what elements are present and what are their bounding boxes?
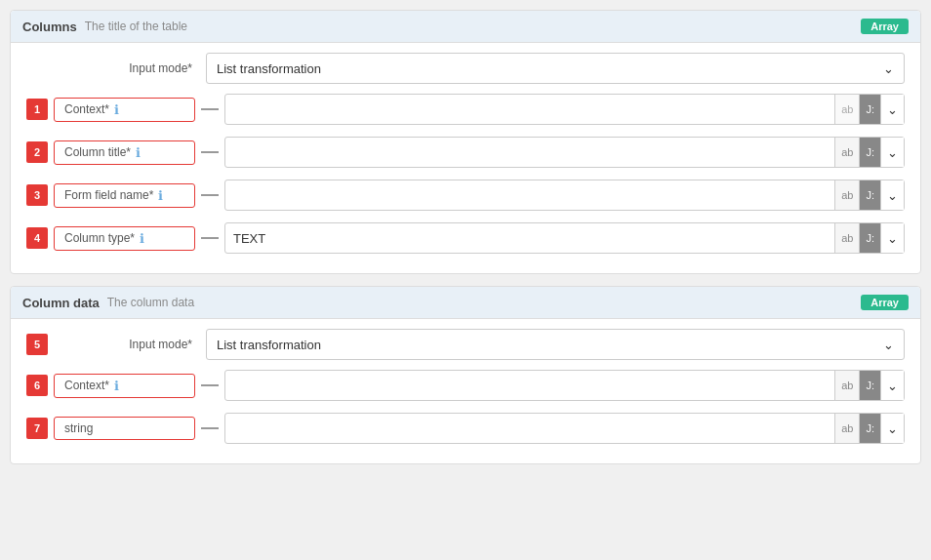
field-label-context-2: Context* ℹ: [54, 374, 195, 398]
form-row-3: 3 Form field name* ℹ ab J: ⌄: [26, 178, 905, 213]
row-number-1: 1: [26, 99, 48, 120]
context-2-input[interactable]: ab J: ⌄: [224, 370, 905, 401]
column-type-label-text: Column type*: [64, 231, 135, 245]
context-2-chevron-btn[interactable]: ⌄: [880, 371, 904, 400]
column-type-input-field[interactable]: [225, 231, 834, 246]
row-number-7: 7: [26, 418, 48, 439]
column-data-input-mode-value: List transformation: [217, 338, 321, 352]
column-title-input-field[interactable]: [225, 145, 834, 160]
context-2-ab-btn[interactable]: ab: [834, 371, 859, 400]
column-title-ab-btn[interactable]: ab: [834, 138, 859, 167]
form-row-2: 2 Column title* ℹ ab J: ⌄: [26, 135, 905, 170]
context-2-input-field[interactable]: [225, 379, 834, 393]
form-field-name-chevron-btn[interactable]: ⌄: [880, 180, 904, 210]
form-row-4: 4 Column type* ℹ ab J: ⌄: [26, 220, 905, 256]
columns-input-mode-value: List transformation: [217, 61, 321, 76]
field-label-context: Context* ℹ: [54, 98, 195, 122]
row-number-2: 2: [26, 141, 48, 163]
string-input[interactable]: ab J: ⌄: [224, 413, 905, 444]
column-data-input-mode-dropdown[interactable]: List transformation ⌄: [206, 329, 905, 360]
columns-input-mode-dropdown[interactable]: List transformation ⌄: [206, 53, 905, 84]
context-2-js-btn[interactable]: J:: [859, 371, 880, 400]
context-input-field[interactable]: [225, 102, 834, 117]
column-data-panel: Column data The column data Array 5 Inpu…: [10, 286, 921, 464]
column-data-input-mode-chevron: ⌄: [883, 338, 894, 352]
row-number-6: 6: [26, 375, 48, 396]
form-field-name-ab-btn[interactable]: ab: [834, 180, 859, 210]
column-type-ab-btn[interactable]: ab: [834, 223, 859, 253]
string-ab-btn[interactable]: ab: [834, 414, 859, 443]
string-label-text: string: [64, 421, 93, 435]
column-data-input-mode-row: 5 Input mode* List transformation ⌄: [26, 329, 905, 360]
form-row-6: 6 Context* ℹ ab J: ⌄: [26, 368, 905, 403]
column-data-subtitle: The column data: [107, 296, 194, 309]
column-type-info-icon[interactable]: ℹ: [140, 231, 144, 246]
form-field-name-input-field[interactable]: [225, 188, 834, 203]
field-label-column-type: Column type* ℹ: [54, 226, 195, 251]
column-data-title: Column data: [22, 296, 100, 310]
column-title-input[interactable]: ab J: ⌄: [224, 137, 905, 168]
column-type-input[interactable]: ab J: ⌄: [224, 222, 905, 254]
column-title-chevron-btn[interactable]: ⌄: [880, 138, 904, 167]
column-type-chevron-btn[interactable]: ⌄: [880, 223, 904, 253]
form-row-1: 1 Context* ℹ ab J: ⌄: [26, 92, 905, 127]
column-title-label-text: Column title*: [64, 145, 131, 159]
context-ab-btn[interactable]: ab: [834, 95, 859, 124]
form-field-name-label-text: Form field name*: [64, 188, 153, 202]
column-title-js-btn[interactable]: J:: [859, 138, 880, 167]
form-field-name-input[interactable]: ab J: ⌄: [224, 180, 905, 211]
columns-panel-header: Columns The title of the table Array: [11, 11, 920, 43]
string-input-field[interactable]: [225, 421, 834, 436]
field-label-string: string: [54, 417, 195, 440]
column-type-js-btn[interactable]: J:: [859, 223, 880, 253]
string-js-btn[interactable]: J:: [859, 414, 880, 443]
columns-array-badge: Array: [861, 19, 909, 34]
form-field-name-info-icon[interactable]: ℹ: [158, 188, 163, 203]
field-label-form-field-name: Form field name* ℹ: [54, 183, 195, 208]
row-number-4: 4: [26, 227, 48, 249]
columns-input-mode-label: Input mode*: [54, 58, 200, 79]
columns-subtitle: The title of the table: [85, 20, 187, 33]
column-data-array-badge: Array: [861, 295, 909, 310]
columns-title: Columns: [22, 20, 77, 34]
context-info-icon[interactable]: ℹ: [114, 102, 119, 117]
field-label-column-title: Column title* ℹ: [54, 140, 195, 165]
columns-panel: Columns The title of the table Array Inp…: [10, 10, 921, 274]
columns-input-mode-chevron: ⌄: [883, 61, 894, 76]
context-js-btn[interactable]: J:: [859, 95, 880, 124]
columns-input-mode-row: Input mode* List transformation ⌄: [26, 53, 905, 84]
form-field-name-js-btn[interactable]: J:: [859, 180, 880, 210]
context-label-text: Context*: [64, 102, 109, 116]
context-chevron-btn[interactable]: ⌄: [880, 95, 904, 124]
column-data-input-mode-label: Input mode*: [54, 334, 200, 355]
column-title-info-icon[interactable]: ℹ: [136, 145, 141, 160]
context-2-info-icon[interactable]: ℹ: [114, 379, 119, 393]
row-number-5: 5: [26, 334, 48, 355]
context-2-label-text: Context*: [64, 379, 109, 392]
form-row-7: 7 string ab J: ⌄: [26, 411, 905, 446]
column-data-panel-header: Column data The column data Array: [11, 287, 920, 319]
row-number-3: 3: [26, 184, 48, 206]
string-chevron-btn[interactable]: ⌄: [880, 414, 904, 443]
context-input[interactable]: ab J: ⌄: [224, 94, 905, 125]
